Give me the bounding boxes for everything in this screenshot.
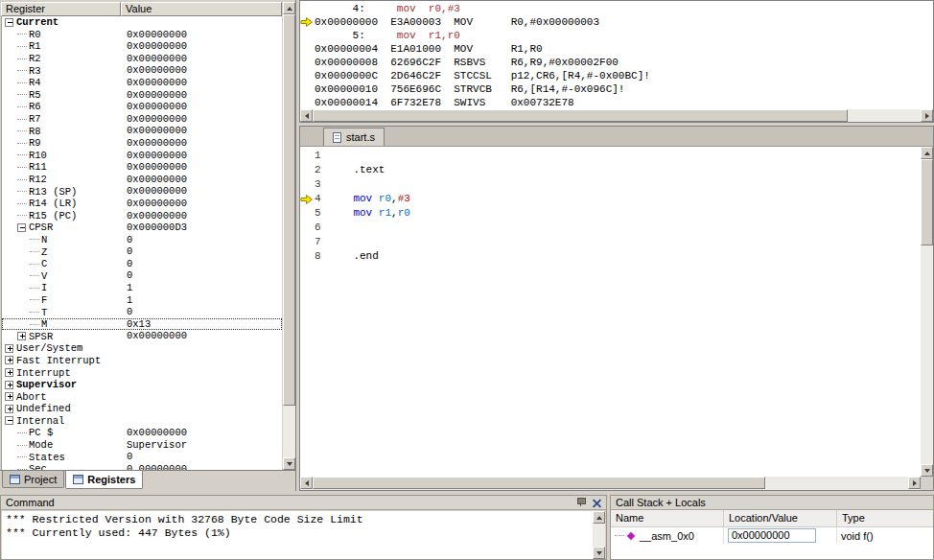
tab-registers[interactable]: Registers (65, 471, 143, 489)
disassembly-line[interactable]: 0x00000004 E1A01000 MOV R1,R0 (300, 42, 933, 56)
disassembly-line[interactable]: 0x0000000C 2D646C2F STCCSL p12,CR6,[R4,#… (300, 69, 933, 82)
disassembly-line[interactable]: 0x00000010 756E696C STRVCB R6,[R14,#-0x0… (300, 82, 933, 96)
register-row[interactable]: R120x00000000 (2, 174, 282, 186)
register-row[interactable]: Abort (2, 390, 282, 403)
callstack-column-header[interactable]: Location/Value (724, 510, 837, 526)
callstack-window-titlebar[interactable]: Call Stack + Locals (611, 496, 933, 510)
expand-collapse-icon[interactable] (5, 405, 13, 413)
callstack-row[interactable]: __asm_0x00x00000000void f() (611, 527, 933, 544)
editor-line[interactable]: 2 .text (300, 163, 921, 177)
register-row[interactable]: States0 (2, 451, 282, 463)
callstack-column-header[interactable]: Name (611, 510, 724, 526)
editor-line[interactable]: 7 (300, 235, 921, 249)
editor-line[interactable]: 8 .end (300, 249, 921, 264)
register-row[interactable]: ModeSupervisor (2, 439, 282, 452)
register-row[interactable]: Undefined (2, 403, 282, 415)
disassembly-line[interactable]: 0x00000008 62696C2F RSBVS R6,R9,#0x00002… (300, 56, 933, 69)
disassembly-line[interactable]: 0x00000000 E3A00003 MOV R0,#0x00000003 (300, 15, 933, 29)
register-row[interactable]: M0x13 (2, 318, 282, 331)
scrollbar-track[interactable] (593, 524, 605, 547)
scrollbar-thumb[interactable] (921, 159, 933, 245)
editor-vscrollbar[interactable] (921, 147, 933, 477)
pin-icon[interactable] (576, 498, 585, 507)
register-row[interactable]: R50x00000000 (2, 89, 282, 102)
expand-collapse-icon[interactable] (5, 18, 13, 27)
register-row[interactable]: R10x00000000 (2, 40, 282, 53)
register-row[interactable]: R80x00000000 (2, 125, 282, 137)
scroll-down-button[interactable] (921, 464, 933, 477)
command-output[interactable]: *** Restricted Version with 32768 Byte C… (2, 511, 593, 559)
expand-collapse-icon[interactable] (5, 381, 13, 389)
register-row[interactable]: R13 (SP)0x00000000 (2, 185, 282, 198)
register-row[interactable]: C0 (2, 258, 282, 270)
register-row[interactable]: Current (2, 16, 282, 29)
expand-collapse-icon[interactable] (5, 344, 13, 353)
scrollbar-track[interactable] (921, 159, 933, 464)
tab-start-s[interactable]: start.s (323, 128, 385, 146)
scrollbar-thumb[interactable] (313, 477, 765, 489)
value-column-header[interactable]: Value (121, 2, 282, 16)
register-row[interactable]: R90x00000000 (2, 137, 282, 150)
disassembly-line[interactable]: 5: mov r1,r0 (300, 29, 933, 42)
expand-collapse-icon[interactable] (17, 223, 26, 232)
scroll-down-button[interactable] (283, 457, 295, 470)
register-row[interactable]: R70x00000000 (2, 113, 282, 126)
tab-project[interactable]: Project (2, 471, 64, 488)
register-vscrollbar[interactable] (283, 2, 295, 470)
register-row[interactable]: N0 (2, 234, 282, 246)
register-row[interactable]: R30x00000000 (2, 64, 282, 77)
scrollbar-track[interactable] (283, 14, 295, 457)
register-row[interactable]: R40x00000000 (2, 77, 282, 89)
expand-collapse-icon[interactable] (5, 356, 13, 364)
command-window-titlebar[interactable]: Command (1, 496, 606, 510)
expand-collapse-icon[interactable] (5, 368, 13, 377)
register-row[interactable]: I1 (2, 282, 282, 294)
register-row[interactable]: R60x00000000 (2, 101, 282, 113)
editor-hscrollbar[interactable] (300, 477, 921, 490)
register-row[interactable]: Internal (2, 415, 282, 428)
register-row[interactable]: R110x00000000 (2, 161, 282, 174)
editor-line[interactable]: 1 (300, 149, 921, 163)
scroll-up-button[interactable] (593, 511, 605, 524)
register-row[interactable]: CPSR0x000000D3 (2, 222, 282, 234)
disassembly-content[interactable]: 4: mov r0,#30x00000000 E3A00003 MOV R0,#… (300, 1, 933, 109)
register-row[interactable]: F1 (2, 294, 282, 307)
register-row[interactable]: Supervisor (2, 379, 282, 391)
callstack-column-header[interactable]: Type (837, 510, 933, 526)
editor-line[interactable]: 5 mov r1,r0 (300, 206, 921, 221)
register-row[interactable]: Fast Interrupt (2, 355, 282, 367)
scroll-right-button[interactable] (921, 109, 933, 122)
scrollbar-thumb[interactable] (283, 14, 295, 406)
editor-line[interactable]: 3 (300, 177, 921, 192)
scroll-down-button[interactable] (593, 547, 605, 559)
register-row[interactable]: R00x00000000 (2, 29, 282, 41)
register-row[interactable]: Interrupt (2, 366, 282, 379)
editor-lines[interactable]: 12 .text34 mov r0,#35 mov r1,r0678 .end (300, 147, 921, 477)
register-row[interactable]: User/System (2, 342, 282, 355)
scroll-left-button[interactable] (300, 109, 313, 122)
disassembly-line[interactable]: 4: mov r0,#3 (300, 2, 933, 15)
scrollbar-track[interactable] (313, 477, 908, 490)
register-row[interactable]: T0 (2, 306, 282, 318)
register-row[interactable]: Sec0.00000000 (2, 463, 282, 470)
register-row[interactable]: V0 (2, 269, 282, 282)
close-icon[interactable] (593, 499, 601, 507)
scrollbar-track[interactable] (313, 109, 921, 122)
scroll-right-button[interactable] (908, 477, 921, 489)
register-row[interactable]: R100x00000000 (2, 150, 282, 162)
editor-line[interactable]: 6 (300, 221, 921, 235)
register-row[interactable]: R15 (PC)0x00000000 (2, 210, 282, 222)
register-row[interactable]: R14 (LR)0x00000000 (2, 198, 282, 210)
scroll-left-button[interactable] (300, 477, 313, 489)
expand-collapse-icon[interactable] (17, 332, 26, 340)
register-row[interactable]: R20x00000000 (2, 53, 282, 65)
expand-collapse-icon[interactable] (5, 392, 13, 401)
register-row[interactable]: PC $0x00000000 (2, 427, 282, 439)
scrollbar-thumb[interactable] (313, 109, 848, 122)
scroll-up-button[interactable] (283, 2, 295, 14)
register-row[interactable]: Z0 (2, 245, 282, 258)
scroll-up-button[interactable] (921, 147, 933, 159)
disassembly-line[interactable]: 0x00000014 6F732E78 SWIVS 0x00732E78 (300, 96, 933, 109)
expand-collapse-icon[interactable] (5, 416, 13, 425)
editor-line[interactable]: 4 mov r0,#3 (300, 192, 921, 206)
